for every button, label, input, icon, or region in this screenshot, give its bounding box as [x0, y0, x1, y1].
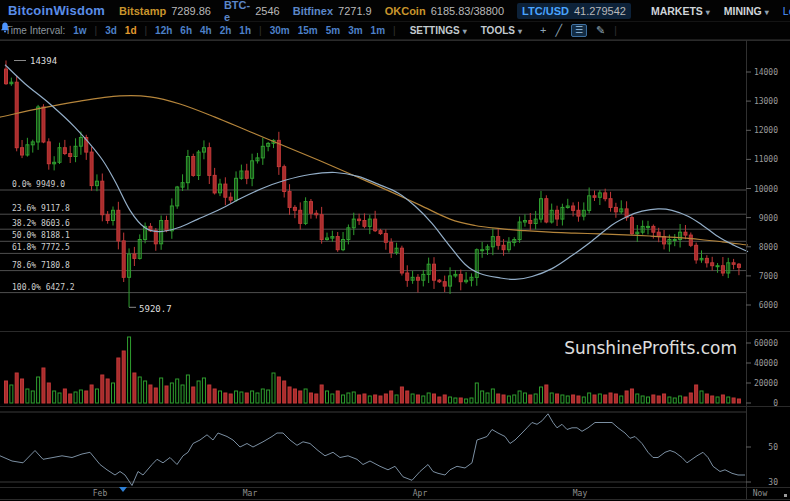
bitcoinwisdom-app: BitcoinWisdom Bitstamp7289.86BTC-e2546Bi…: [0, 0, 790, 501]
volume-axis-tick: 0: [750, 399, 778, 408]
watermark: SunshineProfits.com: [564, 338, 737, 358]
fib-level-label: 61.8% 7772.5: [12, 243, 70, 252]
month-label-may: May: [573, 489, 587, 498]
moving-average-layer: [0, 65, 748, 280]
fib-level-label: 23.6% 9117.8: [12, 204, 70, 213]
fib-level-label: 0.0% 9949.0: [12, 180, 65, 189]
fib-level-label: 38.2% 8603.6: [12, 219, 70, 228]
grid-layer: [0, 190, 746, 482]
volume-axis-tick: 20000: [750, 379, 778, 388]
fib-level-label: 50.0% 8188.1: [12, 231, 70, 240]
fib-level-label: 78.6% 7180.8: [12, 261, 70, 270]
rsi-axis-tick: 50: [750, 443, 778, 452]
price-axis-tick: 12000: [750, 126, 778, 135]
fib-level-label: 100.0% 6427.2: [12, 283, 75, 292]
month-label-apr: Apr: [413, 489, 427, 498]
price-axis-tick: 7000: [750, 271, 778, 280]
price-axis-tick: 10000: [750, 184, 778, 193]
price-axis-tick: 13000: [750, 97, 778, 106]
axis-layer: [0, 40, 790, 500]
swing-high-label: 14394: [30, 56, 57, 66]
month-label-feb: Feb: [93, 489, 107, 498]
time-marker-icon: [119, 487, 127, 492]
month-label-mar: Mar: [243, 489, 257, 498]
rsi-axis-tick: 30: [750, 478, 778, 487]
swing-low-label: 5920.7: [139, 304, 172, 314]
volume-axis-tick: 40000: [750, 359, 778, 368]
price-axis-tick: 6000: [750, 301, 778, 310]
price-axis-tick: 14000: [750, 68, 778, 77]
volume-axis-tick: 60000: [750, 339, 778, 348]
chart-canvas[interactable]: [0, 0, 790, 501]
price-axis-tick: 8000: [750, 242, 778, 251]
price-axis-tick: 11000: [750, 155, 778, 164]
month-label-now: Now: [753, 489, 767, 498]
rsi-layer: [0, 414, 745, 486]
price-axis-tick: 9000: [750, 213, 778, 222]
resize-handle[interactable]: [784, 494, 787, 497]
